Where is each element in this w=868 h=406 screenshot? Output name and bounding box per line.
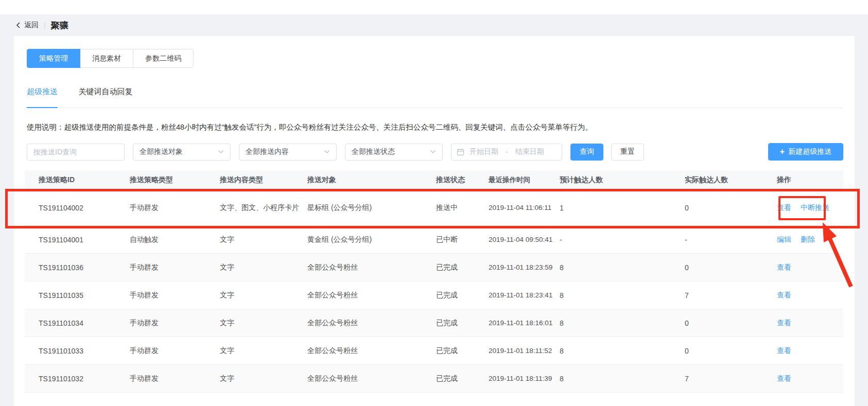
cell-actions: 查看 [777, 346, 843, 356]
cell-push-id: TS191101034 [39, 319, 130, 327]
cell-content-type: 文字、图文、小程序卡片 [220, 203, 307, 213]
date-range-picker[interactable]: 开始日期 - 结束日期 [451, 144, 562, 161]
cell-actual-reach: - [685, 236, 777, 244]
col-header-actions: 操作 [777, 175, 843, 185]
plus-icon: + [780, 147, 785, 156]
cell-target: 全部公众号粉丝 [307, 346, 436, 356]
col-header-content-type: 推送内容类型 [220, 175, 307, 185]
tab-strategy-management[interactable]: 策略管理 [27, 49, 80, 68]
cell-actual-reach: 0 [685, 319, 777, 327]
cell-expected-reach: 8 [560, 347, 685, 355]
cell-status: 已完成 [436, 374, 489, 383]
cell-actions: 查看 [777, 374, 843, 383]
col-header-target: 推送对象 [307, 175, 436, 185]
back-button[interactable]: 返回 [15, 21, 39, 30]
cell-content-type: 文字 [220, 263, 307, 272]
cell-status: 推送中 [436, 203, 489, 213]
start-date-field[interactable]: 开始日期 [470, 147, 498, 156]
cell-push-id: TS191104002 [39, 204, 130, 212]
chevron-down-icon [430, 150, 436, 154]
main-tab-bar: 策略管理 消息素材 参数二维码 [27, 49, 194, 68]
cell-target: 全部公众号粉丝 [307, 319, 436, 328]
cell-actions: 查看 [777, 291, 843, 300]
cell-actual-reach: 0 [685, 347, 777, 355]
push-target-select[interactable]: 全部推送对象 [133, 144, 231, 161]
cell-content-type: 文字 [220, 346, 307, 356]
edit-link[interactable]: 编辑 [777, 235, 791, 243]
view-link[interactable]: 查看 [777, 319, 791, 327]
cell-expected-reach: 8 [560, 319, 685, 327]
push-status-select[interactable]: 全部推送状态 [345, 144, 443, 161]
calendar-icon [457, 148, 464, 156]
interrupt-push-link[interactable]: 中断推送 [801, 203, 829, 211]
reset-button[interactable]: 重置 [611, 144, 644, 161]
cell-status: 已中断 [436, 235, 489, 244]
delete-link[interactable]: 删除 [801, 235, 815, 243]
cell-actual-reach: 0 [685, 263, 777, 272]
content-card: 策略管理 消息素材 参数二维码 超级推送 关键词自动回复 使用说明：超级推送使用… [14, 36, 855, 406]
table-row: TS191101034 手动群发 文字 全部公众号粉丝 已完成 2019-11-… [25, 309, 843, 337]
cell-actions: 编辑 删除 [777, 235, 843, 244]
col-header-last-op-time: 最近操作时间 [489, 175, 560, 185]
date-separator: - [506, 148, 508, 156]
subtab-keyword-autoreply[interactable]: 关键词自动回复 [78, 87, 132, 108]
subtab-super-push[interactable]: 超级推送 [27, 87, 58, 108]
cell-target: 全部公众号粉丝 [307, 291, 436, 300]
cell-status: 已完成 [436, 291, 489, 300]
cell-last-op-time: 2019-11-01 18:16:01 [489, 319, 560, 327]
table-row: TS191101033 手动群发 文字 全部公众号粉丝 已完成 2019-11-… [25, 337, 843, 365]
cell-target: 黄金组 (公众号分组) [307, 235, 436, 244]
cell-actual-reach: 0 [685, 204, 777, 212]
cell-status: 已完成 [436, 263, 489, 272]
cell-expected-reach: 8 [560, 291, 685, 299]
cell-push-id: TS191101035 [39, 291, 130, 299]
cell-push-id: TS191104001 [39, 236, 130, 244]
view-link[interactable]: 查看 [777, 263, 791, 271]
view-link[interactable]: 查看 [777, 291, 791, 299]
cell-content-type: 文字 [220, 374, 307, 383]
view-link[interactable]: 查看 [777, 203, 791, 211]
header-divider: | [44, 21, 46, 29]
col-header-status: 推送状态 [436, 175, 489, 185]
cell-expected-reach: 8 [560, 375, 685, 383]
cell-strategy-type: 手动群发 [130, 346, 220, 356]
cell-expected-reach: 1 [560, 204, 685, 212]
page-title: 聚骧 [51, 20, 68, 31]
col-header-expected-reach: 预计触达人数 [560, 175, 685, 185]
table-row: TS191101032 手动群发 文字 全部公众号粉丝 已完成 2019-11-… [25, 365, 843, 393]
table-row: TS191101036 手动群发 文字 全部公众号粉丝 已完成 2019-11-… [25, 254, 843, 281]
col-header-push-id: 推送策略ID [39, 175, 130, 185]
cell-push-id: TS191101032 [39, 375, 130, 383]
cell-last-op-time: 2019-11-01 18:11:52 [489, 347, 560, 355]
table-row: TS191101035 手动群发 文字 全部公众号粉丝 已完成 2019-11-… [25, 281, 843, 309]
cell-last-op-time: 2019-11-01 18:11:39 [489, 375, 560, 382]
table-header-row: 推送策略ID 推送策略类型 推送内容类型 推送对象 推送状态 最近操作时间 预计… [25, 170, 843, 190]
push-status-select-value: 全部推送状态 [352, 147, 395, 156]
filter-bar: 全部推送对象 全部推送内容 全部推送状态 [25, 143, 843, 161]
cell-last-op-time: 2019-11-01 18:23:41 [489, 291, 560, 299]
tab-parameter-qrcode[interactable]: 参数二维码 [133, 49, 194, 68]
cell-strategy-type: 手动群发 [130, 374, 220, 383]
cell-content-type: 文字 [220, 235, 307, 244]
cell-strategy-type: 手动群发 [130, 263, 220, 272]
cell-push-id: TS191101033 [39, 347, 130, 355]
cell-actions: 查看 [777, 319, 843, 328]
chevron-down-icon [218, 150, 224, 154]
table-row: TS191104001 自动触发 文字 黄金组 (公众号分组) 已中断 2019… [25, 226, 843, 254]
cell-actual-reach: 7 [685, 291, 777, 299]
view-link[interactable]: 查看 [777, 374, 791, 382]
cell-actions: 查看 中断推送 [777, 203, 843, 213]
search-button[interactable]: 查询 [570, 144, 603, 161]
tab-message-material[interactable]: 消息素材 [80, 49, 133, 68]
table-row: TS191104002 手动群发 文字、图文、小程序卡片 星标组 (公众号分组)… [25, 190, 843, 226]
cell-strategy-type: 手动群发 [130, 319, 220, 328]
cell-last-op-time: 2019-11-01 18:23:59 [489, 263, 560, 271]
push-content-select[interactable]: 全部推送内容 [239, 144, 337, 161]
cell-target: 全部公众号粉丝 [307, 374, 436, 383]
end-date-field[interactable]: 结束日期 [515, 147, 544, 156]
cell-expected-reach: - [560, 236, 685, 244]
view-link[interactable]: 查看 [777, 346, 791, 355]
create-super-push-button[interactable]: + 新建超级推送 [768, 143, 843, 161]
cell-last-op-time: 2019-11-04 11:06:11 [489, 204, 560, 211]
push-id-search-input[interactable] [27, 144, 125, 161]
